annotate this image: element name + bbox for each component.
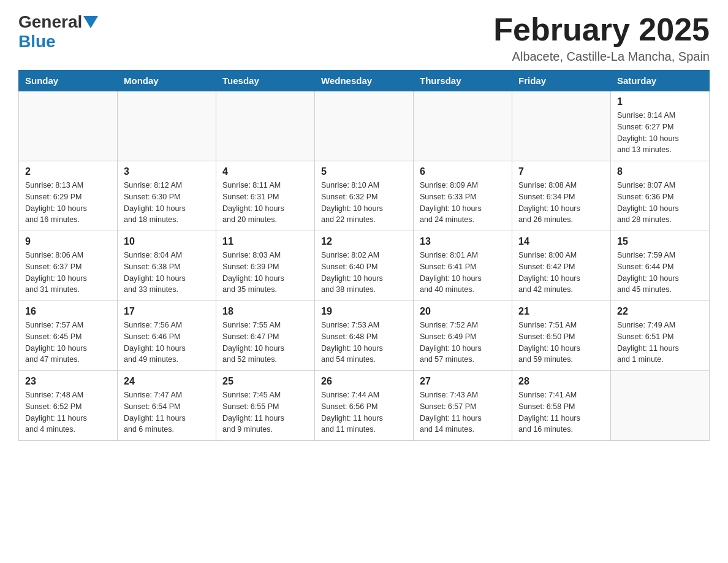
day-info: Sunrise: 8:04 AM Sunset: 6:38 PM Dayligh… [124,250,210,296]
calendar-cell: 22Sunrise: 7:49 AM Sunset: 6:51 PM Dayli… [611,301,710,371]
day-number: 3 [124,166,210,177]
week-row-5: 23Sunrise: 7:48 AM Sunset: 6:52 PM Dayli… [19,371,710,441]
calendar-cell [19,91,118,161]
day-info: Sunrise: 8:14 AM Sunset: 6:27 PM Dayligh… [617,110,703,156]
calendar-cell: 17Sunrise: 7:56 AM Sunset: 6:46 PM Dayli… [118,301,216,371]
calendar-cell: 28Sunrise: 7:41 AM Sunset: 6:58 PM Dayli… [512,371,611,441]
day-info: Sunrise: 7:45 AM Sunset: 6:55 PM Dayligh… [222,389,308,435]
day-info: Sunrise: 7:41 AM Sunset: 6:58 PM Dayligh… [518,389,604,435]
calendar-cell: 7Sunrise: 8:08 AM Sunset: 6:34 PM Daylig… [512,161,611,231]
calendar-cell [414,91,512,161]
calendar-cell: 10Sunrise: 8:04 AM Sunset: 6:38 PM Dayli… [118,231,216,301]
calendar-cell: 11Sunrise: 8:03 AM Sunset: 6:39 PM Dayli… [216,231,315,301]
day-info: Sunrise: 7:49 AM Sunset: 6:51 PM Dayligh… [617,320,703,366]
calendar-cell: 26Sunrise: 7:44 AM Sunset: 6:56 PM Dayli… [315,371,414,441]
day-info: Sunrise: 7:55 AM Sunset: 6:47 PM Dayligh… [222,320,308,366]
day-info: Sunrise: 8:13 AM Sunset: 6:29 PM Dayligh… [25,180,111,226]
logo-blue-text: Blue [18,32,56,51]
day-header-wednesday: Wednesday [315,71,414,91]
day-info: Sunrise: 8:10 AM Sunset: 6:32 PM Dayligh… [321,180,407,226]
day-number: 25 [222,376,308,387]
day-info: Sunrise: 7:51 AM Sunset: 6:50 PM Dayligh… [518,320,604,366]
day-info: Sunrise: 8:11 AM Sunset: 6:31 PM Dayligh… [222,180,308,226]
calendar-cell: 9Sunrise: 8:06 AM Sunset: 6:37 PM Daylig… [19,231,118,301]
calendar-cell [315,91,414,161]
day-number: 20 [420,306,506,317]
day-info: Sunrise: 7:44 AM Sunset: 6:56 PM Dayligh… [321,389,407,435]
day-number: 26 [321,376,407,387]
title-section: February 2025 Albacete, Castille-La Manc… [493,12,710,64]
day-header-friday: Friday [512,71,611,91]
day-info: Sunrise: 7:48 AM Sunset: 6:52 PM Dayligh… [25,389,111,435]
day-number: 5 [321,166,407,177]
day-number: 18 [222,306,308,317]
day-info: Sunrise: 8:07 AM Sunset: 6:36 PM Dayligh… [617,180,703,226]
day-number: 2 [25,166,111,177]
day-number: 9 [25,236,111,247]
day-header-sunday: Sunday [19,71,118,91]
day-number: 27 [420,376,506,387]
day-info: Sunrise: 7:43 AM Sunset: 6:57 PM Dayligh… [420,389,506,435]
day-number: 19 [321,306,407,317]
calendar-header-row: SundayMondayTuesdayWednesdayThursdayFrid… [19,71,710,91]
calendar-cell: 16Sunrise: 7:57 AM Sunset: 6:45 PM Dayli… [19,301,118,371]
day-number: 16 [25,306,111,317]
day-number: 4 [222,166,308,177]
calendar-cell: 24Sunrise: 7:47 AM Sunset: 6:54 PM Dayli… [118,371,216,441]
calendar-cell: 18Sunrise: 7:55 AM Sunset: 6:47 PM Dayli… [216,301,315,371]
calendar-cell: 1Sunrise: 8:14 AM Sunset: 6:27 PM Daylig… [611,91,710,161]
logo-triangle-icon [83,16,98,28]
calendar-cell: 25Sunrise: 7:45 AM Sunset: 6:55 PM Dayli… [216,371,315,441]
week-row-1: 1Sunrise: 8:14 AM Sunset: 6:27 PM Daylig… [19,91,710,161]
day-header-saturday: Saturday [611,71,710,91]
day-header-thursday: Thursday [414,71,512,91]
day-number: 8 [617,166,703,177]
day-info: Sunrise: 7:56 AM Sunset: 6:46 PM Dayligh… [124,320,210,366]
calendar-cell: 2Sunrise: 8:13 AM Sunset: 6:29 PM Daylig… [19,161,118,231]
day-number: 15 [617,236,703,247]
calendar-cell: 21Sunrise: 7:51 AM Sunset: 6:50 PM Dayli… [512,301,611,371]
day-info: Sunrise: 8:08 AM Sunset: 6:34 PM Dayligh… [518,180,604,226]
day-number: 22 [617,306,703,317]
day-number: 10 [124,236,210,247]
day-info: Sunrise: 8:06 AM Sunset: 6:37 PM Dayligh… [25,250,111,296]
day-number: 12 [321,236,407,247]
day-info: Sunrise: 8:01 AM Sunset: 6:41 PM Dayligh… [420,250,506,296]
day-number: 24 [124,376,210,387]
calendar-cell: 20Sunrise: 7:52 AM Sunset: 6:49 PM Dayli… [414,301,512,371]
day-info: Sunrise: 7:47 AM Sunset: 6:54 PM Dayligh… [124,389,210,435]
day-number: 17 [124,306,210,317]
day-number: 7 [518,166,604,177]
calendar-cell: 15Sunrise: 7:59 AM Sunset: 6:44 PM Dayli… [611,231,710,301]
day-info: Sunrise: 8:03 AM Sunset: 6:39 PM Dayligh… [222,250,308,296]
calendar-cell [216,91,315,161]
calendar-cell [611,371,710,441]
day-info: Sunrise: 7:53 AM Sunset: 6:48 PM Dayligh… [321,320,407,366]
calendar-cell: 3Sunrise: 8:12 AM Sunset: 6:30 PM Daylig… [118,161,216,231]
day-info: Sunrise: 8:00 AM Sunset: 6:42 PM Dayligh… [518,250,604,296]
calendar-cell: 4Sunrise: 8:11 AM Sunset: 6:31 PM Daylig… [216,161,315,231]
calendar-cell: 14Sunrise: 8:00 AM Sunset: 6:42 PM Dayli… [512,231,611,301]
calendar-cell: 5Sunrise: 8:10 AM Sunset: 6:32 PM Daylig… [315,161,414,231]
calendar-cell: 6Sunrise: 8:09 AM Sunset: 6:33 PM Daylig… [414,161,512,231]
week-row-2: 2Sunrise: 8:13 AM Sunset: 6:29 PM Daylig… [19,161,710,231]
calendar-cell [118,91,216,161]
day-number: 1 [617,96,703,107]
day-number: 23 [25,376,111,387]
day-header-tuesday: Tuesday [216,71,315,91]
logo-general-text: General [18,12,82,32]
calendar-cell: 27Sunrise: 7:43 AM Sunset: 6:57 PM Dayli… [414,371,512,441]
week-row-3: 9Sunrise: 8:06 AM Sunset: 6:37 PM Daylig… [19,231,710,301]
calendar-cell: 23Sunrise: 7:48 AM Sunset: 6:52 PM Dayli… [19,371,118,441]
calendar-cell: 13Sunrise: 8:01 AM Sunset: 6:41 PM Dayli… [414,231,512,301]
day-info: Sunrise: 8:12 AM Sunset: 6:30 PM Dayligh… [124,180,210,226]
month-title: February 2025 [493,12,710,47]
calendar-cell: 12Sunrise: 8:02 AM Sunset: 6:40 PM Dayli… [315,231,414,301]
day-header-monday: Monday [118,71,216,91]
calendar-cell [512,91,611,161]
location-subtitle: Albacete, Castille-La Mancha, Spain [493,50,710,64]
day-info: Sunrise: 7:57 AM Sunset: 6:45 PM Dayligh… [25,320,111,366]
week-row-4: 16Sunrise: 7:57 AM Sunset: 6:45 PM Dayli… [19,301,710,371]
day-info: Sunrise: 7:52 AM Sunset: 6:49 PM Dayligh… [420,320,506,366]
calendar-table: SundayMondayTuesdayWednesdayThursdayFrid… [18,70,710,441]
